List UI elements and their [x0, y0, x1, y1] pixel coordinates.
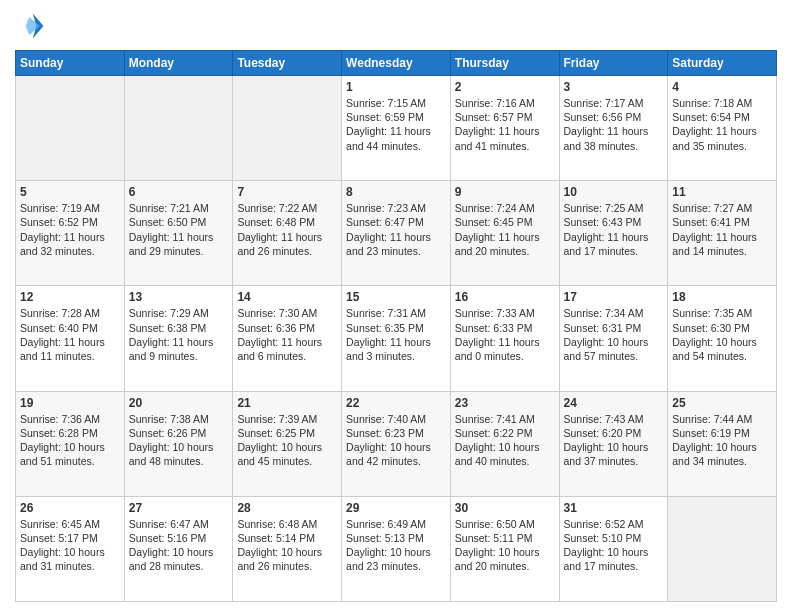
calendar-cell: 5Sunrise: 7:19 AMSunset: 6:52 PMDaylight… — [16, 181, 125, 286]
day-number: 25 — [672, 396, 772, 410]
day-of-week-header: Monday — [124, 51, 233, 76]
day-number: 11 — [672, 185, 772, 199]
day-info-line: Daylight: 11 hours and 23 minutes. — [346, 230, 446, 258]
calendar-cell: 7Sunrise: 7:22 AMSunset: 6:48 PMDaylight… — [233, 181, 342, 286]
day-number: 7 — [237, 185, 337, 199]
calendar-cell: 8Sunrise: 7:23 AMSunset: 6:47 PMDaylight… — [342, 181, 451, 286]
day-info-line: Sunset: 6:38 PM — [129, 321, 229, 335]
day-number: 29 — [346, 501, 446, 515]
day-info-line: Daylight: 10 hours and 42 minutes. — [346, 440, 446, 468]
day-info-line: Sunrise: 7:41 AM — [455, 412, 555, 426]
day-info-line: Daylight: 10 hours and 28 minutes. — [129, 545, 229, 573]
day-info-line: Sunset: 6:43 PM — [564, 215, 664, 229]
calendar-cell: 16Sunrise: 7:33 AMSunset: 6:33 PMDayligh… — [450, 286, 559, 391]
day-info-line: Sunrise: 7:24 AM — [455, 201, 555, 215]
day-info-line: Sunset: 6:26 PM — [129, 426, 229, 440]
calendar-week-row: 5Sunrise: 7:19 AMSunset: 6:52 PMDaylight… — [16, 181, 777, 286]
calendar-cell: 9Sunrise: 7:24 AMSunset: 6:45 PMDaylight… — [450, 181, 559, 286]
day-info-line: Sunset: 6:41 PM — [672, 215, 772, 229]
day-info-line: Sunset: 6:50 PM — [129, 215, 229, 229]
calendar-cell: 10Sunrise: 7:25 AMSunset: 6:43 PMDayligh… — [559, 181, 668, 286]
calendar-cell: 23Sunrise: 7:41 AMSunset: 6:22 PMDayligh… — [450, 391, 559, 496]
day-of-week-header: Sunday — [16, 51, 125, 76]
day-info-line: Sunrise: 6:47 AM — [129, 517, 229, 531]
day-info-line: Daylight: 10 hours and 26 minutes. — [237, 545, 337, 573]
day-number: 2 — [455, 80, 555, 94]
day-of-week-header: Wednesday — [342, 51, 451, 76]
day-number: 15 — [346, 290, 446, 304]
day-info-line: Sunset: 6:23 PM — [346, 426, 446, 440]
day-info-line: Sunrise: 7:25 AM — [564, 201, 664, 215]
day-number: 23 — [455, 396, 555, 410]
day-info-line: Sunrise: 6:45 AM — [20, 517, 120, 531]
day-info-line: Daylight: 10 hours and 57 minutes. — [564, 335, 664, 363]
calendar-body: 1Sunrise: 7:15 AMSunset: 6:59 PMDaylight… — [16, 76, 777, 602]
day-info-line: Sunrise: 7:27 AM — [672, 201, 772, 215]
calendar-cell: 4Sunrise: 7:18 AMSunset: 6:54 PMDaylight… — [668, 76, 777, 181]
day-info-line: Daylight: 10 hours and 37 minutes. — [564, 440, 664, 468]
day-number: 10 — [564, 185, 664, 199]
day-info-line: Sunrise: 7:17 AM — [564, 96, 664, 110]
day-of-week-header: Friday — [559, 51, 668, 76]
day-info-line: Sunrise: 6:50 AM — [455, 517, 555, 531]
calendar-cell: 1Sunrise: 7:15 AMSunset: 6:59 PMDaylight… — [342, 76, 451, 181]
day-number: 21 — [237, 396, 337, 410]
day-number: 28 — [237, 501, 337, 515]
day-info-line: Daylight: 10 hours and 54 minutes. — [672, 335, 772, 363]
calendar-cell: 11Sunrise: 7:27 AMSunset: 6:41 PMDayligh… — [668, 181, 777, 286]
day-info-line: Sunrise: 7:31 AM — [346, 306, 446, 320]
day-info-line: Daylight: 11 hours and 26 minutes. — [237, 230, 337, 258]
calendar-cell: 17Sunrise: 7:34 AMSunset: 6:31 PMDayligh… — [559, 286, 668, 391]
calendar-cell — [233, 76, 342, 181]
day-info-line: Daylight: 11 hours and 11 minutes. — [20, 335, 120, 363]
day-info-line: Sunrise: 7:18 AM — [672, 96, 772, 110]
day-info-line: Daylight: 11 hours and 29 minutes. — [129, 230, 229, 258]
day-info-line: Sunrise: 7:30 AM — [237, 306, 337, 320]
day-info-line: Sunset: 6:20 PM — [564, 426, 664, 440]
day-info-line: Daylight: 11 hours and 3 minutes. — [346, 335, 446, 363]
day-info-line: Sunset: 6:22 PM — [455, 426, 555, 440]
day-info-line: Sunrise: 7:36 AM — [20, 412, 120, 426]
day-number: 22 — [346, 396, 446, 410]
day-info-line: Sunset: 6:57 PM — [455, 110, 555, 124]
day-info-line: Daylight: 11 hours and 17 minutes. — [564, 230, 664, 258]
day-info-line: Daylight: 10 hours and 20 minutes. — [455, 545, 555, 573]
day-info-line: Sunset: 6:48 PM — [237, 215, 337, 229]
day-number: 24 — [564, 396, 664, 410]
day-info-line: Sunrise: 7:35 AM — [672, 306, 772, 320]
day-info-line: Sunset: 5:16 PM — [129, 531, 229, 545]
day-of-week-header: Saturday — [668, 51, 777, 76]
calendar-cell: 20Sunrise: 7:38 AMSunset: 6:26 PMDayligh… — [124, 391, 233, 496]
day-number: 13 — [129, 290, 229, 304]
calendar-cell: 30Sunrise: 6:50 AMSunset: 5:11 PMDayligh… — [450, 496, 559, 601]
day-info-line: Daylight: 10 hours and 31 minutes. — [20, 545, 120, 573]
calendar-week-row: 1Sunrise: 7:15 AMSunset: 6:59 PMDaylight… — [16, 76, 777, 181]
day-number: 19 — [20, 396, 120, 410]
day-info-line: Sunset: 5:11 PM — [455, 531, 555, 545]
day-info-line: Sunset: 6:33 PM — [455, 321, 555, 335]
day-number: 16 — [455, 290, 555, 304]
day-info-line: Sunrise: 7:16 AM — [455, 96, 555, 110]
day-of-week-header: Thursday — [450, 51, 559, 76]
day-info-line: Sunrise: 7:34 AM — [564, 306, 664, 320]
day-info-line: Sunset: 6:45 PM — [455, 215, 555, 229]
calendar-cell: 14Sunrise: 7:30 AMSunset: 6:36 PMDayligh… — [233, 286, 342, 391]
calendar-cell: 2Sunrise: 7:16 AMSunset: 6:57 PMDaylight… — [450, 76, 559, 181]
day-info-line: Sunset: 6:56 PM — [564, 110, 664, 124]
day-info-line: Sunrise: 7:40 AM — [346, 412, 446, 426]
calendar-week-row: 26Sunrise: 6:45 AMSunset: 5:17 PMDayligh… — [16, 496, 777, 601]
calendar-cell: 19Sunrise: 7:36 AMSunset: 6:28 PMDayligh… — [16, 391, 125, 496]
day-number: 20 — [129, 396, 229, 410]
day-info-line: Sunset: 5:13 PM — [346, 531, 446, 545]
page: SundayMondayTuesdayWednesdayThursdayFrid… — [0, 0, 792, 612]
logo — [15, 10, 51, 42]
day-info-line: Sunset: 6:30 PM — [672, 321, 772, 335]
day-number: 8 — [346, 185, 446, 199]
day-info-line: Sunset: 6:31 PM — [564, 321, 664, 335]
day-info-line: Sunset: 5:17 PM — [20, 531, 120, 545]
day-info-line: Daylight: 11 hours and 32 minutes. — [20, 230, 120, 258]
calendar-cell: 24Sunrise: 7:43 AMSunset: 6:20 PMDayligh… — [559, 391, 668, 496]
day-number: 5 — [20, 185, 120, 199]
day-info-line: Daylight: 11 hours and 9 minutes. — [129, 335, 229, 363]
day-info-line: Sunrise: 6:52 AM — [564, 517, 664, 531]
